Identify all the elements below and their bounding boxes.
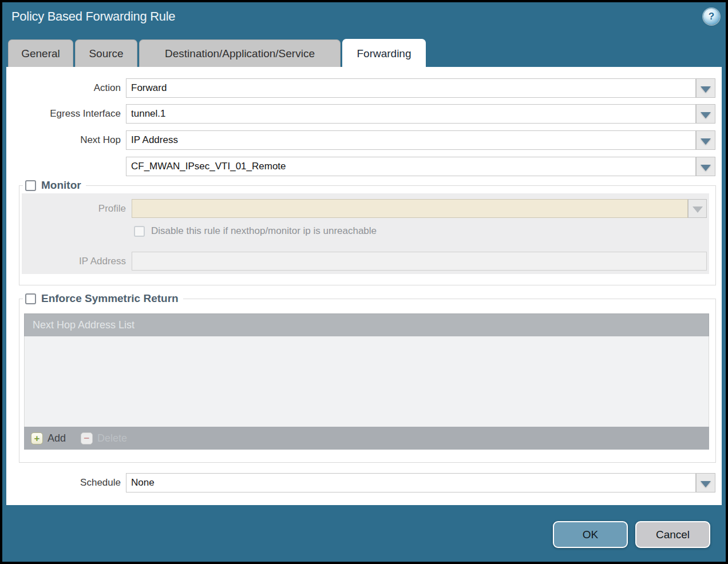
add-button[interactable]: + Add	[31, 432, 66, 444]
dialog-title: Policy Based Forwarding Rule	[11, 9, 175, 24]
symmetric-return-legend: Enforce Symmetric Return	[23, 292, 183, 305]
next-hop-address-table-body[interactable]	[24, 336, 709, 427]
forwarding-tab-panel: Action Forward Egress Interface tunnel.1…	[6, 67, 722, 505]
next-hop-address-dropdown-button[interactable]	[696, 157, 715, 176]
monitor-checkbox[interactable]	[25, 180, 36, 191]
monitor-section: Monitor Profile Disable this rule if nex…	[19, 179, 716, 285]
profile-label: Profile	[22, 199, 126, 218]
action-select[interactable]: Forward	[126, 78, 696, 98]
next-hop-label: Next Hop	[6, 130, 121, 150]
tab-source[interactable]: Source	[75, 39, 137, 67]
chevron-down-icon	[693, 206, 703, 213]
schedule-dropdown-button[interactable]	[696, 473, 715, 492]
add-button-label: Add	[48, 432, 66, 444]
chevron-down-icon	[701, 138, 711, 145]
egress-interface-label: Egress Interface	[6, 104, 121, 124]
cancel-button[interactable]: Cancel	[635, 521, 710, 548]
symmetric-return-section: Enforce Symmetric Return Next Hop Addres…	[19, 292, 716, 463]
tab-forwarding[interactable]: Forwarding	[342, 39, 426, 67]
next-hop-address-table: Next Hop Address List + Add − Delete	[24, 313, 709, 450]
disable-rule-checkbox	[134, 226, 145, 237]
symmetric-return-legend-label: Enforce Symmetric Return	[41, 292, 179, 305]
monitor-ip-address-label: IP Address	[22, 252, 126, 271]
monitor-ip-address-input	[132, 252, 707, 271]
delete-button: − Delete	[81, 432, 127, 444]
schedule-select[interactable]: None	[126, 473, 696, 492]
ok-button[interactable]: OK	[553, 521, 628, 548]
egress-interface-select[interactable]: tunnel.1	[126, 104, 696, 124]
tab-general[interactable]: General	[8, 39, 73, 67]
monitor-legend-label: Monitor	[41, 179, 81, 192]
delete-button-label: Delete	[97, 432, 127, 444]
next-hop-address-select[interactable]: CF_MWAN_IPsec_VTI_01_Remote	[126, 157, 696, 176]
egress-interface-dropdown-button[interactable]	[696, 104, 715, 124]
profile-select	[132, 199, 688, 218]
action-dropdown-button[interactable]	[696, 78, 715, 98]
monitor-legend: Monitor	[23, 179, 86, 192]
chevron-down-icon	[701, 86, 711, 93]
chevron-down-icon	[701, 165, 711, 171]
monitor-panel: Profile Disable this rule if nexthop/mon…	[22, 193, 709, 274]
chevron-down-icon	[701, 112, 711, 118]
next-hop-dropdown-button[interactable]	[696, 130, 715, 150]
tab-bar: General Source Destination/Application/S…	[8, 39, 426, 67]
next-hop-address-table-footer: + Add − Delete	[24, 427, 709, 450]
disable-rule-label: Disable this rule if nexthop/monitor ip …	[151, 225, 377, 237]
tab-destination-application-service[interactable]: Destination/Application/Service	[139, 39, 341, 67]
next-hop-type-select[interactable]: IP Address	[126, 130, 696, 150]
disable-rule-row: Disable this rule if nexthop/monitor ip …	[134, 225, 377, 237]
profile-dropdown-button	[688, 199, 707, 218]
next-hop-address-table-header: Next Hop Address List	[24, 313, 709, 336]
pbf-rule-dialog: Policy Based Forwarding Rule ? General S…	[0, 0, 728, 564]
chevron-down-icon	[701, 481, 711, 487]
action-label: Action	[6, 78, 121, 98]
help-icon[interactable]: ?	[703, 9, 719, 25]
plus-icon: +	[31, 432, 43, 444]
schedule-label: Schedule	[6, 473, 121, 492]
symmetric-return-checkbox[interactable]	[25, 293, 36, 304]
minus-icon: −	[81, 432, 93, 444]
